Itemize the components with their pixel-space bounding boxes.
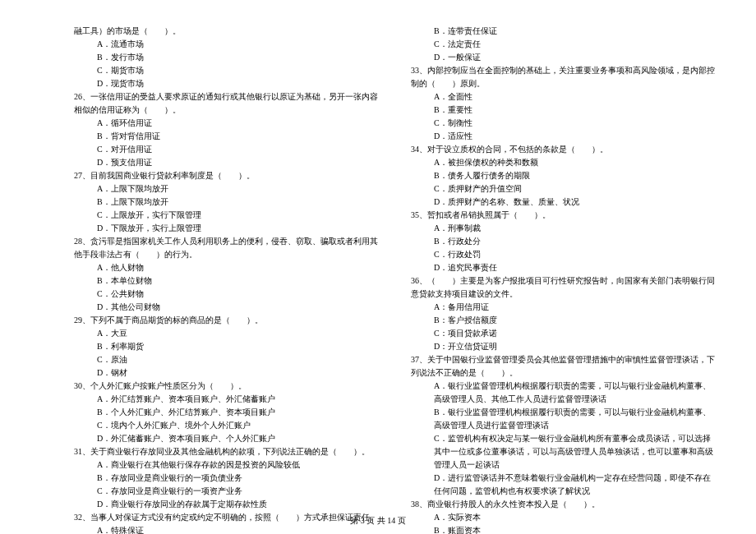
q34-text: 34、对于设立质权的合同，不包括的条款是（ ）。 [411,143,715,156]
q34-opt-c: C．质押财产的升值空间 [411,182,715,196]
q37-text: 37、关于中国银行业监督管理委员会其他监督管理措施中的审慎性监督管理谈话，下列说… [411,353,715,380]
q33-opt-b: B．重要性 [411,104,715,117]
q37-opt-b: B．银行业监督管理机构根据履行职责的需要，可以与银行业金融机构董事、高级管理人员… [411,406,715,432]
q37-opt-d: D．进行监管谈话并不意味着银行业金融机构一定存在经营问题，即使不存在任何问题，监… [411,472,715,498]
q29-opt-d: D．钢材 [74,366,378,380]
q29-opt-b: B．利率期货 [74,340,378,353]
q31-opt-d: D．商业银行存放同业的存款属于定期存款性质 [74,498,378,511]
q37-opt-c: C．监管机构有权决定与某一银行业金融机构所有董事会成员谈话，可以选择其中一位或多… [411,432,715,472]
q34-opt-a: A．被担保债权的种类和数额 [411,156,715,169]
q28-opt-a: A．他人财物 [74,261,378,274]
q36-opt-d: D：开立信贷证明 [411,340,715,353]
q27-opt-b: B．上限下限均放开 [74,196,378,209]
q29-opt-a: A．大豆 [74,327,378,340]
q38-text: 38、商业银行持股人的永久性资本投入是（ ）。 [411,498,715,511]
q33-opt-c: C．制衡性 [411,117,715,130]
q37-opt-a: A．银行业监督管理机构根据履行职责的需要，可以与银行业金融机构董事、高级管理人员… [411,380,715,406]
q32-opt-c: C．法定责任 [411,38,715,51]
q31-opt-a: A．商业银行在其他银行保存存款的因是投资的风险较低 [74,458,378,472]
q25-opt-a: A．流通市场 [74,38,378,51]
q35-opt-b: B．行政处分 [411,235,715,248]
right-column: B．连带责任保证 C．法定责任 D．一般保证 33、内部控制应当在全面控制的基础… [411,25,715,534]
q33-opt-d: D．适应性 [411,130,715,143]
q30-opt-c: C．境内个人外汇账户、境外个人外汇账户 [74,419,378,432]
q28-opt-b: B．本单位财物 [74,274,378,288]
q31-text: 31、关于商业银行存放同业及其他金融机构的款项，下列说法正确的是（ ）。 [74,445,378,458]
q26-opt-c: C．对开信用证 [74,143,378,156]
q27-text: 27、目前我国商业银行贷款利率制度是（ ）。 [74,169,378,182]
q30-opt-a: A．外汇结算账户、资本项目账户、外汇储蓄账户 [74,393,378,406]
q36-opt-c: C：项目贷款承诺 [411,327,715,340]
q27-opt-c: C．上限放开，实行下限管理 [74,209,378,222]
q25-opt-b: B．发行市场 [74,51,378,64]
q28-opt-d: D．其他公司财物 [74,301,378,314]
q36-opt-b: B：客户授信额度 [411,314,715,327]
q34-opt-d: D．质押财产的名称、数量、质量、状况 [411,196,715,209]
q29-opt-c: C．原油 [74,353,378,366]
q25-opt-d: D．现货市场 [74,77,378,90]
q35-text: 35、暂扣或者吊销执照属于（ ）。 [411,209,715,222]
q34-opt-b: B．债务人履行债务的期限 [411,169,715,182]
q36-text: 36、（ ）主要是为客户报批项目可行性研究报告时，向国家有关部门表明银行同意贷款… [411,274,715,301]
q28-text: 28、贪污罪是指国家机关工作人员利用职务上的便利，侵吞、窃取、骗取或者利用其他手… [74,235,378,261]
q26-opt-b: B．背对背信用证 [74,130,378,143]
q31-opt-b: B．存放同业是商业银行的一项负债业务 [74,472,378,485]
q35-opt-c: C．行政处罚 [411,248,715,261]
q30-opt-b: B．个人外汇账户、外汇结算账户、资本项目账户 [74,406,378,419]
q32-opt-b: B．连带责任保证 [411,25,715,38]
q36-opt-a: A：备用信用证 [411,301,715,314]
q26-opt-d: D．预支信用证 [74,156,378,169]
q26-opt-a: A．循环信用证 [74,117,378,130]
q27-opt-d: D．下限放开，实行上限管理 [74,222,378,235]
page-footer: 第 3 页 共 14 页 [0,514,756,527]
q30-opt-d: D．外汇储蓄账户、资本项目账户、个人外汇账户 [74,432,378,445]
q25-tail: 融工具）的市场是（ ）。 [74,25,378,38]
q27-opt-a: A．上限下限均放开 [74,182,378,196]
q35-opt-a: A．刑事制裁 [411,222,715,235]
q33-text: 33、内部控制应当在全面控制的基础上，关注重要业务事项和高风险领域，是内部控制的… [411,64,715,90]
q35-opt-d: D．追究民事责任 [411,261,715,274]
q26-text: 26、一张信用证的受益人要求原证的通知行或其他银行以原证为基础，另开一张内容相似… [74,90,378,117]
q31-opt-c: C．存放同业是商业银行的一项资产业务 [74,485,378,498]
left-column: 融工具）的市场是（ ）。 A．流通市场 B．发行市场 C．期货市场 D．现货市场… [74,25,378,534]
q29-text: 29、下列不属于商品期货的标的商品的是（ ）。 [74,314,378,327]
q28-opt-c: C．公共财物 [74,288,378,301]
q33-opt-a: A．全面性 [411,90,715,104]
q32-opt-d: D．一般保证 [411,51,715,64]
q25-opt-c: C．期货市场 [74,64,378,77]
q30-text: 30、个人外汇账户按账户性质区分为（ ）。 [74,380,378,393]
